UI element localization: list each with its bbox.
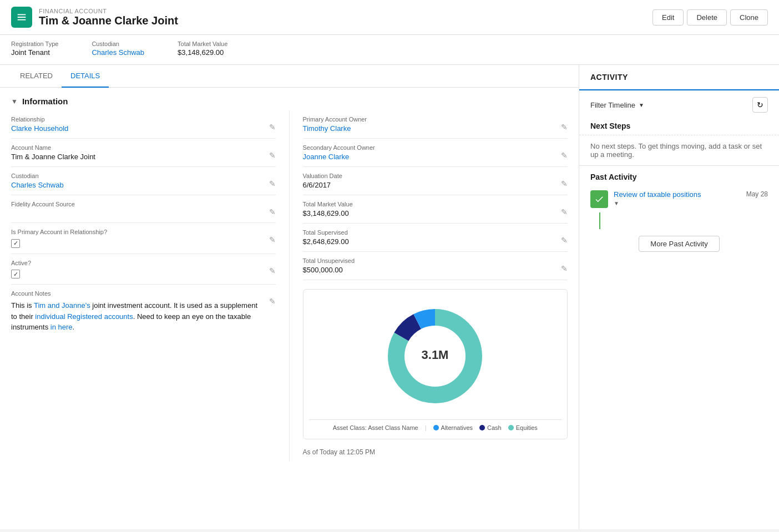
activity-controls: Filter Timeline ▼ ↻	[579, 90, 779, 119]
meta-custodian-value[interactable]: Charles Schwab	[92, 48, 144, 57]
field-active-label: Active?	[11, 260, 31, 266]
tab-details[interactable]: DETAILS	[62, 65, 109, 88]
field-custodian: Custodian Charles Schwab ✎	[11, 167, 276, 195]
activity-header: ACTIVITY	[579, 65, 779, 90]
refresh-button[interactable]: ↻	[752, 97, 768, 113]
field-fidelity-source: Fidelity Account Source ✎	[11, 195, 276, 223]
field-primary-owner: Primary Account Owner Timothy Clarke ✎	[303, 110, 568, 139]
header-actions: Edit Delete Clone	[652, 9, 768, 26]
field-relationship-label: Relationship	[11, 116, 68, 123]
field-unsupervised-value: $500,000.00	[303, 266, 355, 274]
field-secondary-owner-value[interactable]: Joanne Clarke	[303, 153, 375, 161]
account-svg-icon	[16, 11, 28, 23]
meta-total-market-value: Total Market Value $3,148,629.00	[178, 40, 227, 57]
field-total-unsupervised: Total Unsupervised $500,000.00 ✎	[303, 252, 568, 280]
edit-notes-icon[interactable]: ✎	[269, 290, 276, 306]
edit-button[interactable]: Edit	[652, 9, 684, 26]
edit-valuation-date-icon[interactable]: ✎	[561, 173, 568, 188]
field-secondary-owner: Secondary Account Owner Joanne Clarke ✎	[303, 139, 568, 167]
edit-tmv-icon[interactable]: ✎	[561, 201, 568, 216]
field-account-name: Account Name Tim & Joanne Clarke Joint ✎	[11, 139, 276, 167]
activity-item-row: Review of taxable positions May 28	[614, 190, 768, 199]
tab-related[interactable]: RELATED	[11, 65, 62, 88]
field-notes-text: This is Tim and Joanne's joint investmen…	[11, 300, 264, 333]
delete-button[interactable]: Delete	[687, 9, 727, 26]
legend-separator: |	[425, 424, 427, 431]
activity-item-icon	[590, 190, 608, 208]
donut-container: 3.1M	[309, 295, 562, 417]
meta-tmv-value: $3,148,629.00	[178, 48, 227, 57]
section-title: Information	[22, 97, 68, 106]
activity-timeline-bar	[599, 212, 600, 229]
filter-dropdown-arrow: ▼	[639, 102, 644, 108]
meta-registration-type: Registration Type Joint Tenant	[11, 40, 58, 57]
header-label: FINANCIAL ACCOUNT	[39, 8, 178, 14]
legend-alternatives: Alternatives	[433, 424, 473, 431]
account-icon	[11, 7, 32, 28]
field-secondary-owner-label: Secondary Account Owner	[303, 144, 375, 151]
edit-secondary-owner-icon[interactable]: ✎	[561, 144, 568, 160]
is-primary-checkbox[interactable]: ✓	[11, 239, 20, 248]
activity-item-title[interactable]: Review of taxable positions	[614, 190, 701, 199]
field-account-notes: Account Notes This is Tim and Joanne's j…	[11, 285, 276, 338]
field-valuation-date: Valuation Date 6/6/2017 ✎	[303, 167, 568, 195]
field-supervised-label: Total Supervised	[303, 229, 349, 236]
donut-chart: 3.1M	[380, 301, 490, 412]
legend-equities: Equities	[508, 424, 538, 431]
page-header: FINANCIAL ACCOUNT Tim & Joanne Clarke Jo…	[0, 0, 779, 35]
field-account-name-value: Tim & Joanne Clarke Joint	[11, 153, 95, 161]
more-past-activity-button[interactable]: More Past Activity	[639, 236, 719, 252]
filter-timeline-label: Filter Timeline	[590, 101, 635, 109]
field-account-name-label: Account Name	[11, 144, 95, 151]
past-activity-label: Past Activity	[579, 166, 779, 186]
meta-tmv-label: Total Market Value	[178, 40, 227, 47]
header-title-block: FINANCIAL ACCOUNT Tim & Joanne Clarke Jo…	[39, 8, 178, 27]
field-active: Active? ✓ ✎	[11, 254, 276, 285]
edit-primary-owner-icon[interactable]: ✎	[561, 116, 568, 131]
edit-is-primary-icon[interactable]: ✎	[269, 229, 276, 244]
edit-custodian-icon[interactable]: ✎	[269, 173, 276, 188]
active-checkbox[interactable]: ✓	[11, 270, 20, 278]
two-col-grid: Relationship Clarke Household ✎ Account …	[11, 110, 568, 462]
edit-active-icon[interactable]: ✎	[269, 260, 276, 275]
meta-registration-value: Joint Tenant	[11, 48, 58, 57]
filter-timeline[interactable]: Filter Timeline ▼	[590, 101, 644, 109]
meta-custodian-label: Custodian	[92, 40, 144, 47]
edit-supervised-icon[interactable]: ✎	[561, 229, 568, 245]
field-right-tmv-label: Total Market Value	[303, 201, 353, 207]
meta-custodian: Custodian Charles Schwab	[92, 40, 144, 57]
header-left: FINANCIAL ACCOUNT Tim & Joanne Clarke Jo…	[11, 7, 178, 28]
field-custodian-label: Custodian	[11, 173, 64, 179]
field-custodian-value[interactable]: Charles Schwab	[11, 181, 64, 189]
main-layout: RELATED DETAILS ▼ Information Relationsh…	[0, 65, 779, 529]
chart-legend: Asset Class: Asset Class Name | Alternat…	[309, 419, 562, 433]
edit-fidelity-icon[interactable]: ✎	[269, 201, 276, 216]
field-relationship-value[interactable]: Clarke Household	[11, 124, 68, 133]
page-title: Tim & Joanne Clarke Joint	[39, 14, 178, 27]
activity-sidebar: ACTIVITY Filter Timeline ▼ ↻ Next Steps …	[579, 65, 779, 529]
field-relationship: Relationship Clarke Household ✎	[11, 110, 276, 139]
edit-relationship-icon[interactable]: ✎	[269, 116, 276, 131]
next-steps-label: Next Steps	[579, 119, 779, 135]
field-notes-label: Account Notes	[11, 290, 264, 297]
field-is-primary-label: Is Primary Account in Relationship?	[11, 229, 107, 235]
edit-unsupervised-icon[interactable]: ✎	[561, 257, 568, 273]
content-area: RELATED DETAILS ▼ Information Relationsh…	[0, 65, 579, 529]
activity-dropdown-icon[interactable]: ▼	[614, 200, 619, 206]
meta-bar: Registration Type Joint Tenant Custodian…	[0, 35, 779, 65]
chart-box: 3.1M Asset Class: Asset Class Name | Alt…	[303, 289, 568, 439]
activity-item-content: Review of taxable positions May 28 ▼	[614, 190, 768, 207]
field-right-tmv: Total Market Value $3,148,629.00 ✎	[303, 195, 568, 224]
clone-button[interactable]: Clone	[730, 9, 768, 26]
right-col: Primary Account Owner Timothy Clarke ✎ S…	[290, 110, 568, 462]
section-header: ▼ Information	[11, 97, 568, 106]
information-section: ▼ Information Relationship Clarke Househ…	[0, 88, 579, 462]
edit-account-name-icon[interactable]: ✎	[269, 144, 276, 160]
field-primary-owner-value[interactable]: Timothy Clarke	[303, 124, 367, 133]
legend-asset-class-label: Asset Class: Asset Class Name	[333, 424, 418, 431]
no-steps-text: No next steps. To get things moving, add…	[579, 135, 779, 166]
task-icon	[594, 194, 604, 204]
svg-text:3.1M: 3.1M	[422, 348, 449, 362]
left-col: Relationship Clarke Household ✎ Account …	[11, 110, 290, 462]
chart-as-of: As of Today at 12:05 PM	[303, 445, 568, 462]
